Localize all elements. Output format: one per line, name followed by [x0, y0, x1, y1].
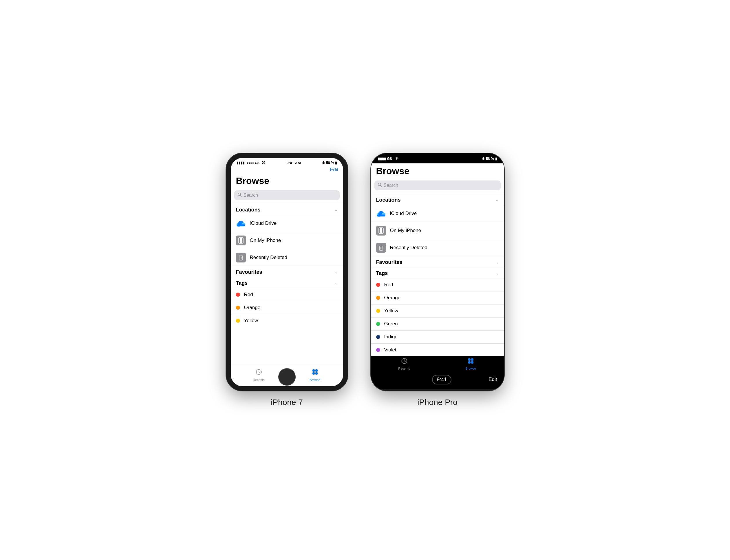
pro-list-yellow[interactable]: Yellow: [371, 304, 504, 317]
search-placeholder: Search: [244, 193, 258, 198]
tags-title: Tags: [236, 280, 248, 286]
pro-bottom-bar: 9:41 Edit: [371, 373, 504, 389]
browse-icon: [312, 369, 319, 377]
svg-rect-17: [315, 369, 318, 372]
svg-rect-38: [468, 361, 470, 364]
pro-tags-header[interactable]: Tags ⌄: [371, 267, 504, 278]
iphone-pro-label: iPhone Pro: [417, 398, 457, 407]
pro-tags-chevron: ⌄: [495, 271, 499, 276]
pro-green-dot: [376, 322, 380, 326]
pro-carrier: GS: [387, 157, 392, 161]
signal-icon: ▮▮▮▮: [237, 161, 245, 165]
pro-search-bar[interactable]: Search: [374, 180, 501, 190]
pro-oniphone-label: On My iPhone: [390, 228, 421, 234]
pro-green-label: Green: [384, 321, 398, 327]
orange-dot: [236, 306, 240, 310]
iphone7-device: ▮▮▮▮ ●●●● GS ⌘ 9:41 AM ✱ 58 % ▮ Edit Bro…: [226, 153, 348, 391]
pro-favourites-title: Favourites: [376, 259, 402, 265]
red-dot: [236, 293, 240, 297]
pro-recents-label: Recents: [398, 367, 410, 370]
wifi-icon: ⌘: [262, 161, 265, 165]
favourites-title: Favourites: [236, 269, 262, 275]
red-label: Red: [244, 292, 253, 298]
svg-rect-36: [468, 358, 470, 361]
pro-locations-title: Locations: [376, 197, 401, 203]
pro-phone-icon: [376, 226, 386, 236]
pro-orange-label: Orange: [384, 295, 401, 301]
pro-list-orange[interactable]: Orange: [371, 291, 504, 304]
pro-orange-dot: [376, 296, 380, 300]
pro-favourites-chevron: ⌄: [495, 260, 499, 265]
yellow-label: Yellow: [244, 318, 258, 324]
iphone-pro-device: ▮▮▮▮ GS ✱ 58 % ▮ Browse: [371, 153, 504, 391]
list-item-red[interactable]: Red: [231, 288, 343, 301]
pro-list-deleted[interactable]: Recently Deleted: [371, 239, 504, 256]
search-icon: [238, 193, 242, 198]
pro-trash-icon: [376, 243, 386, 253]
home-button[interactable]: [278, 368, 296, 386]
pro-search-placeholder: Search: [384, 183, 398, 188]
recents-icon: [256, 369, 262, 377]
oniphone-label: On My iPhone: [250, 238, 281, 243]
svg-rect-27: [380, 232, 382, 233]
pro-tab-bar: Recents Browse: [371, 356, 504, 373]
iphone7-time: 9:41 AM: [287, 161, 301, 165]
svg-rect-25: [377, 214, 385, 216]
pro-list-indigo[interactable]: Indigo: [371, 330, 504, 343]
pro-browse-label: Browse: [465, 367, 476, 370]
locations-title: Locations: [236, 207, 261, 213]
pro-icloud-label: iCloud Drive: [390, 211, 417, 216]
iphone7-label: iPhone 7: [271, 398, 303, 407]
pro-tab-recents[interactable]: Recents: [371, 357, 437, 370]
pro-edit-button[interactable]: Edit: [488, 377, 497, 382]
pro-favourites-header[interactable]: Favourites ⌄: [371, 256, 504, 267]
tags-header[interactable]: Tags ⌄: [231, 277, 343, 288]
pro-screen-content: Browse Search Locations ⌄: [371, 163, 504, 356]
pro-status-right: ✱ 58 % ▮: [482, 157, 497, 161]
list-item-deleted[interactable]: Recently Deleted: [231, 249, 343, 266]
iphone7-browse-title: Browse: [231, 173, 343, 190]
icloud-icon: [236, 218, 246, 228]
svg-rect-37: [471, 358, 473, 361]
locations-header[interactable]: Locations ⌄: [231, 204, 343, 215]
pro-red-label: Red: [384, 282, 393, 288]
status-left: ▮▮▮▮ ●●●● GS ⌘: [237, 161, 266, 165]
pro-battery-label: 58 %: [486, 157, 494, 161]
edit-button[interactable]: Edit: [330, 167, 338, 173]
pro-list-oniphone[interactable]: On My iPhone: [371, 222, 504, 239]
icloud-label: iCloud Drive: [250, 220, 277, 226]
pro-tags-title: Tags: [376, 270, 388, 276]
carrier-label: ●●●● GS: [247, 161, 260, 165]
favourites-header[interactable]: Favourites ⌄: [231, 266, 343, 277]
pro-yellow-label: Yellow: [384, 308, 398, 314]
pro-bluetooth-icon: ✱: [482, 157, 485, 161]
iphone7-container: ▮▮▮▮ ●●●● GS ⌘ 9:41 AM ✱ 58 % ▮ Edit Bro…: [226, 153, 348, 407]
pro-icloud-icon: [376, 209, 386, 218]
yellow-dot: [236, 319, 240, 323]
pro-search-container: Search: [371, 180, 504, 194]
pro-browse-icon: [467, 357, 474, 366]
list-item-yellow[interactable]: Yellow: [231, 314, 343, 327]
battery-icon: ▮: [335, 161, 337, 165]
iphone7-screen: ▮▮▮▮ ●●●● GS ⌘ 9:41 AM ✱ 58 % ▮ Edit Bro…: [231, 158, 343, 386]
locations-chevron: ⌄: [335, 207, 338, 212]
pro-list-icloud[interactable]: iCloud Drive: [371, 205, 504, 222]
svg-rect-19: [315, 372, 318, 375]
pro-status-bar: ▮▮▮▮ GS ✱ 58 % ▮: [371, 153, 504, 163]
list-item-oniphone[interactable]: On My iPhone: [231, 232, 343, 249]
favourites-chevron: ⌄: [335, 270, 338, 274]
pro-list-red[interactable]: Red: [371, 278, 504, 291]
pro-search-icon: [378, 183, 382, 188]
pro-battery-icon: ▮: [495, 157, 497, 161]
pro-locations-header[interactable]: Locations ⌄: [371, 194, 504, 205]
tags-chevron: ⌄: [335, 281, 338, 285]
search-bar-container: Search: [231, 190, 343, 204]
pro-list-violet[interactable]: Violet: [371, 343, 504, 356]
pro-tab-browse[interactable]: Browse: [437, 357, 504, 370]
pro-list-green[interactable]: Green: [371, 317, 504, 330]
pro-status-left: ▮▮▮▮ GS: [378, 157, 399, 161]
pro-violet-label: Violet: [384, 347, 396, 353]
list-item-orange[interactable]: Orange: [231, 301, 343, 314]
list-item-icloud[interactable]: iCloud Drive: [231, 215, 343, 232]
search-bar[interactable]: Search: [234, 190, 340, 200]
